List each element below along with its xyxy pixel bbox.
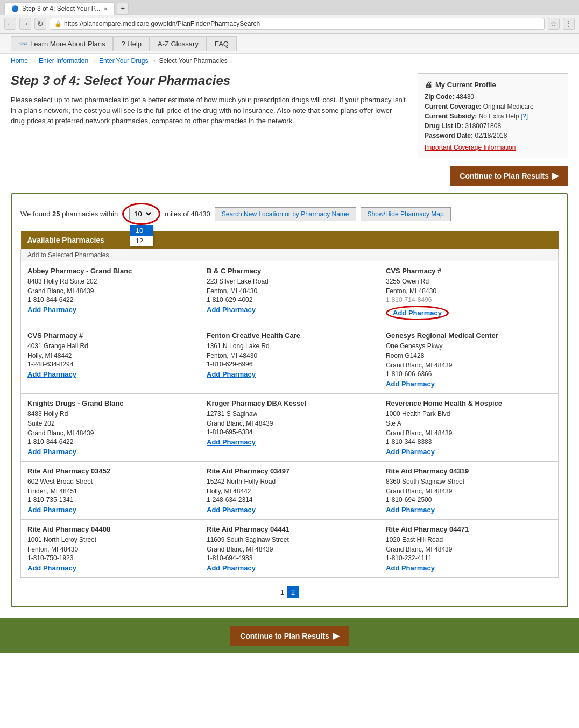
reload-button[interactable]: ↻ bbox=[34, 18, 46, 30]
subsidy-help-link[interactable]: [?] bbox=[521, 112, 528, 120]
miles-dropdown-wrapper: 1 7 10 12 10 12 bbox=[122, 203, 160, 225]
pharmacy-address: 3255 Owen Rd Fenton, MI 48430 bbox=[386, 277, 552, 296]
new-tab-button[interactable]: + bbox=[117, 3, 129, 15]
password-label: Password Date: bbox=[425, 132, 473, 139]
pharmacy-phone: 1-810-344-6422 bbox=[27, 296, 193, 303]
learn-more-label: Learn More About Plans bbox=[30, 40, 105, 48]
pharmacy-address: 1001 North Leroy Street Fenton, MI 48430 bbox=[27, 535, 193, 554]
active-tab[interactable]: 🔵 Step 3 of 4: Select Your P... ✕ bbox=[4, 2, 115, 15]
url-bar[interactable]: 🔒 https://plancompare.medicare.gov/pfdn/… bbox=[50, 18, 545, 30]
left-column: Step 3 of 4: Select Your Pharmacies Plea… bbox=[11, 73, 407, 126]
add-pharmacy-link[interactable]: Add Pharmacy bbox=[386, 506, 435, 514]
add-pharmacy-link[interactable]: Add Pharmacy bbox=[27, 306, 76, 314]
glossary-nav-item[interactable]: A-Z Glossary bbox=[150, 36, 207, 51]
add-pharmacy-link[interactable]: Add Pharmacy bbox=[393, 309, 442, 317]
breadcrumb-sep-1: → bbox=[30, 57, 37, 65]
add-selected-label: Add to Selected Pharmacies bbox=[27, 251, 109, 259]
secure-icon: 🔒 bbox=[54, 20, 62, 27]
miles-option-10[interactable]: 10 bbox=[130, 225, 153, 236]
pharmacy-cell: Knights Drugs - Grand Blanc8483 Holly Rd… bbox=[21, 394, 200, 462]
pharmacy-cell: Genesys Regional Medical CenterOne Genes… bbox=[379, 326, 559, 394]
pharmacy-name: Rite Aid Pharmacy 04471 bbox=[386, 525, 552, 533]
coverage-value: Original Medicare bbox=[483, 103, 534, 110]
pharmacy-address: 11609 South Saginaw Street Grand Blanc, … bbox=[207, 535, 372, 554]
found-text-prefix: We found 25 pharmacies within bbox=[20, 210, 118, 218]
pharmacy-name: Reverence Home Health & Hospice bbox=[386, 399, 552, 407]
continue-to-plan-results-top-button[interactable]: Continue to Plan Results ▶ bbox=[450, 166, 568, 186]
add-pharmacy-link[interactable]: Add Pharmacy bbox=[207, 370, 256, 378]
add-pharmacy-link[interactable]: Add Pharmacy bbox=[207, 506, 256, 514]
main-content: Step 3 of 4: Select Your Pharmacies Plea… bbox=[0, 68, 579, 618]
continue-label-bottom: Continue to Plan Results bbox=[240, 632, 329, 640]
search-location-button[interactable]: Search New Location or by Pharmacy Name bbox=[215, 207, 356, 221]
continue-arrow-bottom: ▶ bbox=[333, 631, 339, 641]
miles-circle-annotation: 1 7 10 12 10 12 bbox=[122, 203, 160, 225]
pharmacy-phone: 1-810-606-6366 bbox=[386, 370, 552, 378]
miles-select[interactable]: 1 7 10 12 bbox=[129, 208, 153, 220]
show-hide-map-button[interactable]: Show/Hide Pharmacy Map bbox=[361, 207, 451, 221]
nav-bar: ← → ↻ 🔒 https://plancompare.medicare.gov… bbox=[0, 15, 579, 33]
pharmacy-cell: Rite Aid Pharmacy 0349715242 North Holly… bbox=[200, 462, 379, 520]
add-pharmacy-link[interactable]: Add Pharmacy bbox=[386, 448, 435, 456]
profile-password-row: Password Date: 02/18/2018 bbox=[425, 132, 561, 139]
pharmacy-address: 8483 Holly Rd Suite 202 Grand Blanc, MI … bbox=[27, 409, 193, 438]
pharmacy-name: Rite Aid Pharmacy 04408 bbox=[27, 525, 193, 533]
show-map-label: Show/Hide Pharmacy Map bbox=[368, 210, 444, 218]
pharmacy-cell: Rite Aid Pharmacy 044711020 East Hill Ro… bbox=[379, 520, 559, 578]
pharmacy-address: One Genesys Pkwy Room G1428 Grand Blanc,… bbox=[386, 341, 552, 370]
add-pharmacy-link[interactable]: Add Pharmacy bbox=[27, 564, 76, 572]
add-pharmacy-link[interactable]: Add Pharmacy bbox=[207, 306, 256, 314]
bookmark-button[interactable]: ☆ bbox=[548, 18, 560, 30]
available-pharmacies-header: Available Pharmacies bbox=[27, 236, 104, 244]
pharmacy-address: 8483 Holly Rd Suite 202 Grand Blanc, MI … bbox=[27, 277, 193, 296]
pharmacy-phone: 1-810-232-4111 bbox=[386, 554, 552, 562]
add-pharmacy-link[interactable]: Add Pharmacy bbox=[207, 438, 256, 446]
breadcrumb-home[interactable]: Home bbox=[11, 57, 28, 65]
help-nav-item[interactable]: ? Help bbox=[113, 36, 150, 51]
learn-more-nav-item[interactable]: 👓 Learn More About Plans bbox=[11, 36, 113, 51]
table-subheader-cell: Add to Selected Pharmacies bbox=[21, 249, 559, 261]
pharmacy-name: CVS Pharmacy # bbox=[386, 267, 552, 275]
pharmacy-phone: 1-810-694-2500 bbox=[386, 496, 552, 504]
pharmacy-phone: 1-810-694-4983 bbox=[207, 554, 372, 562]
coverage-label: Current Coverage: bbox=[425, 103, 481, 110]
tab-close-button[interactable]: ✕ bbox=[103, 6, 108, 12]
add-pharmacy-link[interactable]: Add Pharmacy bbox=[27, 370, 76, 378]
forward-button[interactable]: → bbox=[19, 18, 31, 30]
pharmacy-address: 602 West Broad Street Linden, MI 48451 bbox=[27, 477, 193, 496]
menu-button[interactable]: ⋮ bbox=[563, 18, 575, 30]
breadcrumb-enter-drugs[interactable]: Enter Your Drugs bbox=[99, 57, 148, 65]
right-column: 🖨 My Current Profile Zip Code: 48430 Cur… bbox=[418, 73, 568, 158]
add-pharmacy-link[interactable]: Add Pharmacy bbox=[386, 564, 435, 572]
page-2-link[interactable]: 2 bbox=[287, 586, 299, 598]
profile-title: 🖨 My Current Profile bbox=[425, 80, 561, 89]
add-pharmacy-link[interactable]: Add Pharmacy bbox=[386, 380, 435, 388]
breadcrumb-enter-info[interactable]: Enter Information bbox=[39, 57, 88, 65]
pharmacy-phone: 1-810-344-8383 bbox=[386, 438, 552, 446]
continue-arrow-top: ▶ bbox=[552, 171, 559, 181]
add-pharmacy-link[interactable]: Add Pharmacy bbox=[27, 506, 76, 514]
add-pharmacy-link[interactable]: Add Pharmacy bbox=[207, 564, 256, 572]
url-text: https://plancompare.medicare.gov/pfdn/Pl… bbox=[64, 20, 260, 27]
pharmacy-table: Available Pharmacies Add to Selected Pha… bbox=[20, 231, 559, 578]
faq-nav-item[interactable]: FAQ bbox=[207, 36, 237, 51]
pharmacy-name: Knights Drugs - Grand Blanc bbox=[27, 399, 193, 407]
drug-list-value: 3180071808 bbox=[465, 122, 501, 130]
profile-zip-row: Zip Code: 48430 bbox=[425, 93, 561, 101]
miles-option-12[interactable]: 12 bbox=[130, 236, 153, 246]
printer-icon: 🖨 bbox=[425, 80, 432, 89]
pharmacy-address: 223 Silver Lake Road Fenton, MI 48430 bbox=[207, 277, 372, 296]
important-coverage-link[interactable]: Important Coverage Information bbox=[425, 144, 516, 151]
table-header-row: Available Pharmacies bbox=[21, 231, 559, 249]
profile-box: 🖨 My Current Profile Zip Code: 48430 Cur… bbox=[418, 73, 568, 158]
table-row: Rite Aid Pharmacy 03452602 West Broad St… bbox=[21, 462, 559, 520]
breadcrumb-sep-3: → bbox=[150, 57, 157, 65]
top-section: Step 3 of 4: Select Your Pharmacies Plea… bbox=[11, 73, 568, 158]
pharmacy-name: Genesys Regional Medical Center bbox=[386, 331, 552, 340]
continue-to-plan-results-bottom-button[interactable]: Continue to Plan Results ▶ bbox=[230, 626, 349, 646]
pharmacy-cell: Rite Aid Pharmacy 0444111609 South Sagin… bbox=[200, 520, 379, 578]
profile-title-text: My Current Profile bbox=[435, 81, 496, 89]
back-button[interactable]: ← bbox=[4, 18, 16, 30]
add-pharmacy-link[interactable]: Add Pharmacy bbox=[27, 448, 76, 456]
glasses-icon: 👓 bbox=[19, 39, 28, 48]
